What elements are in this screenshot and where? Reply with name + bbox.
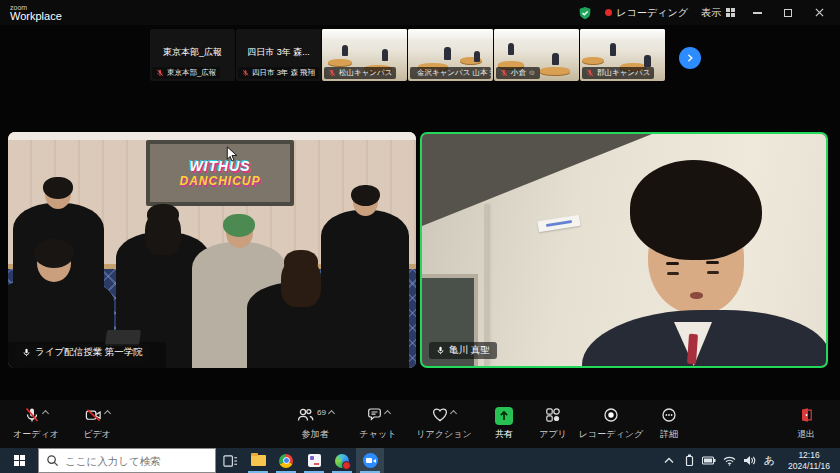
tray-volume[interactable] — [742, 448, 756, 473]
mic-muted-icon — [156, 69, 164, 77]
view-button[interactable]: 表示 — [701, 6, 735, 20]
video-name-text: 亀川 真聖 — [449, 344, 490, 357]
close-button[interactable] — [810, 4, 828, 22]
notes-app-icon — [308, 454, 321, 467]
battery-icon — [702, 456, 716, 465]
taskbar-notes-app[interactable] — [300, 448, 328, 473]
chevron-up-icon[interactable] — [384, 410, 391, 417]
system-tray: あ 12:16 2024/11/16 — [662, 448, 840, 473]
next-page-button[interactable] — [679, 47, 701, 69]
participant-name-text: 小倉 ☺ — [511, 68, 536, 78]
video-tile-studio[interactable]: WITHUS DANCHICUP ライブ配信授業 第一学 — [8, 132, 416, 368]
reactions-button-label: リアクション — [416, 428, 471, 441]
video-tile-active-speaker[interactable]: 亀川 真聖 — [420, 132, 828, 368]
view-grid-icon — [726, 8, 735, 17]
leave-button[interactable]: 退出 — [784, 400, 828, 448]
participant-display-name: 東京本部_広報 — [150, 46, 235, 59]
video-name-tag: ライブ配信授業 第一学院 — [15, 344, 150, 361]
chevron-up-icon[interactable] — [450, 410, 457, 417]
participant-name-text: 東京本部_広報 — [167, 68, 216, 78]
thumbnail-koriyama[interactable]: 郡山キャンパス — [580, 29, 665, 81]
taskbar-zoom-app[interactable] — [356, 448, 384, 473]
participant-thumbnail-strip: 東京本部_広報 東京本部_広報 四日市 3年 森... 四日市 3年 森 飛翔 — [150, 29, 662, 81]
record-button[interactable]: レコーディング — [578, 400, 644, 448]
chat-button[interactable]: チャット — [352, 400, 404, 448]
windows-taskbar: あ 12:16 2024/11/16 — [0, 448, 840, 473]
ime-indicator[interactable]: あ — [762, 448, 776, 473]
search-input[interactable] — [39, 449, 215, 472]
apps-button[interactable]: アプリ — [532, 400, 574, 448]
apps-button-label: アプリ — [539, 428, 567, 441]
thumbnail-matsuyama[interactable]: 松山キャンパス — [322, 29, 407, 81]
tray-expand-button[interactable] — [662, 448, 676, 473]
more-button-label: 詳細 — [660, 428, 678, 441]
more-ellipsis-icon — [661, 407, 677, 423]
participants-button[interactable]: 69 参加者 — [286, 400, 344, 448]
thumbnail-kokura[interactable]: 小倉 ☺ — [494, 29, 579, 81]
tray-usb-device[interactable] — [682, 448, 696, 473]
start-button[interactable] — [0, 448, 38, 473]
participant-name-text: 松山キャンパス — [339, 68, 392, 78]
taskbar-search[interactable] — [38, 448, 216, 473]
reactions-button[interactable]: リアクション — [412, 400, 476, 448]
usb-device-icon — [685, 454, 694, 467]
person-eyebrow — [666, 262, 679, 265]
record-button-label: レコーディング — [579, 428, 643, 441]
participant-display-name: 四日市 3年 森... — [236, 46, 321, 59]
apps-icon — [545, 407, 561, 423]
recording-indicator: レコーディング — [605, 6, 688, 20]
app-logo-workplace: Workplace — [10, 11, 62, 22]
leave-button-label: 退出 — [797, 428, 815, 441]
person-hair — [630, 160, 762, 260]
leave-door-icon — [798, 407, 814, 423]
video-name-tag: 亀川 真聖 — [429, 342, 497, 359]
participant-name-tag: 四日市 3年 森 飛翔 — [238, 67, 319, 79]
chevron-up-icon[interactable] — [328, 410, 335, 417]
chevron-up-icon[interactable] — [42, 410, 49, 417]
chat-button-label: チャット — [360, 428, 397, 441]
minimize-button[interactable] — [748, 4, 766, 22]
mic-muted-icon — [328, 69, 336, 77]
thumbnail-kanazawa[interactable]: 金沢キャンパス 山本 栄子 — [408, 29, 493, 81]
search-icon — [46, 454, 59, 467]
taskbar-chrome[interactable] — [272, 448, 300, 473]
chevron-right-icon — [685, 53, 695, 63]
participant-name-text: 郡山キャンパス — [597, 68, 650, 78]
event-logo-line2: DANCHICUP — [180, 174, 261, 188]
task-view-button[interactable] — [216, 448, 244, 473]
more-button[interactable]: 詳細 — [648, 400, 690, 448]
participant-name-tag: 東京本部_広報 — [152, 67, 220, 79]
audio-button[interactable]: オーディオ — [8, 400, 64, 448]
studio-monitor: WITHUS DANCHICUP — [146, 140, 294, 206]
taskbar-file-explorer[interactable] — [244, 448, 272, 473]
person-eyebrow — [706, 261, 719, 264]
person-eye — [707, 271, 719, 274]
video-name-text: ライブ配信授業 第一学院 — [35, 346, 143, 359]
participant-name-text: 金沢キャンパス 山本 栄子 — [417, 68, 491, 78]
mic-on-icon — [22, 348, 31, 357]
clock-date: 2024/11/16 — [788, 461, 830, 472]
maximize-button[interactable] — [779, 4, 797, 22]
person-eye — [667, 272, 679, 275]
titlebar: zoom Workplace レコーディング 表示 — [0, 0, 840, 25]
speaker-icon — [743, 455, 756, 466]
thumbnail-yokkaichi[interactable]: 四日市 3年 森... 四日市 3年 森 飛翔 — [236, 29, 321, 81]
tray-wifi[interactable] — [722, 448, 736, 473]
share-screen-button[interactable]: 共有 — [482, 400, 526, 448]
video-button[interactable]: ビデオ — [72, 400, 122, 448]
tray-battery[interactable] — [702, 448, 716, 473]
minimize-icon — [753, 12, 762, 14]
thumbnail-tokyo-honbu[interactable]: 東京本部_広報 東京本部_広報 — [150, 29, 235, 81]
view-button-label: 表示 — [701, 6, 721, 20]
zoom-meeting-window: zoom Workplace レコーディング 表示 — [0, 0, 840, 473]
taskbar-clock[interactable]: 12:16 2024/11/16 — [782, 450, 836, 471]
task-view-icon — [223, 454, 238, 468]
clock-time: 12:16 — [798, 450, 819, 461]
security-shield-icon[interactable] — [578, 6, 592, 20]
chevron-up-icon[interactable] — [103, 410, 110, 417]
taskbar-app-with-badge[interactable] — [328, 448, 356, 473]
share-screen-label: 共有 — [495, 428, 513, 441]
chevron-up-icon — [664, 457, 674, 464]
video-button-label: ビデオ — [83, 428, 111, 441]
participant-name-tag: 金沢キャンパス 山本 栄子 — [410, 67, 491, 79]
